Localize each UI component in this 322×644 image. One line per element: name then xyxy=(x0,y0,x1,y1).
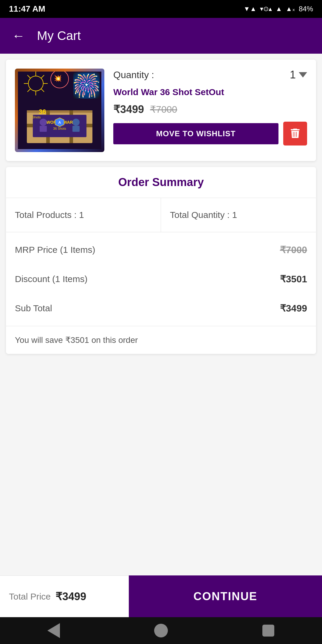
discount-row: Discount (1 Items) ₹3501 xyxy=(15,264,307,294)
order-summary-card: Order Summary Total Products : 1 Total Q… xyxy=(6,167,316,354)
price-row: ₹3499 ₹7000 xyxy=(113,103,307,116)
savings-row: You will save ₹3501 on this order xyxy=(6,326,316,354)
battery-indicator: 84% xyxy=(299,5,313,13)
total-price-value: ₹3499 xyxy=(55,590,86,603)
product-details: Quantity : 1 World War 36 Shot SetOut ₹3… xyxy=(113,69,307,145)
header: ← My Cart xyxy=(0,18,322,54)
svg-rect-13 xyxy=(27,110,92,113)
home-nav-icon xyxy=(154,624,168,637)
order-summary-title: Order Summary xyxy=(6,167,316,198)
recent-nav-icon xyxy=(262,625,274,637)
product-card: 💥 WORLD WAR 36 Shots xyxy=(6,60,316,161)
bottom-bar: Total Price ₹3499 CONTINUE xyxy=(0,575,322,617)
move-to-wishlist-button[interactable]: MOVE TO WISHLIST xyxy=(113,123,278,144)
product-box-svg: 💥 WORLD WAR 36 Shots xyxy=(18,72,101,149)
savings-text: You will save ₹3501 on this order xyxy=(15,335,138,345)
delete-button[interactable] xyxy=(283,122,307,145)
signal-icon: ▼▲ xyxy=(244,5,257,13)
svg-text:36: 36 xyxy=(39,108,46,115)
svg-text:36 Shots: 36 Shots xyxy=(53,127,66,130)
action-row: MOVE TO WISHLIST xyxy=(113,122,307,145)
svg-point-21 xyxy=(72,119,80,126)
nav-recent-button[interactable] xyxy=(261,623,276,638)
discount-label: Discount (1 Items) xyxy=(15,274,87,284)
wifi-icon: ▾⊙▴ xyxy=(260,5,272,13)
quantity-selector[interactable]: 1 xyxy=(290,69,307,81)
quantity-label: Quantity : xyxy=(113,69,154,80)
continue-button[interactable]: CONTINUE xyxy=(129,575,322,617)
subtotal-label: Sub Total xyxy=(15,303,52,313)
svg-text:💥: 💥 xyxy=(54,74,62,82)
subtotal-row: Sub Total ₹3499 xyxy=(15,294,307,323)
nav-home-button[interactable] xyxy=(154,623,168,638)
total-price-label: Total Price xyxy=(9,592,51,602)
nav-bar xyxy=(0,617,322,644)
back-nav-icon xyxy=(47,623,60,638)
page-title: My Cart xyxy=(37,29,81,43)
discounted-price: ₹3499 xyxy=(113,103,144,116)
product-image: 💥 WORLD WAR 36 Shots xyxy=(15,69,104,152)
mrp-row: MRP Price (1 Items) ₹7000 xyxy=(15,235,307,264)
mrp-label: MRP Price (1 Items) xyxy=(15,245,95,255)
mrp-value: ₹7000 xyxy=(280,244,307,256)
summary-grid-top: Total Products : 1 Total Quantity : 1 xyxy=(6,198,316,232)
svg-text:A: A xyxy=(58,120,61,125)
original-price: ₹7000 xyxy=(150,104,177,115)
summary-details: MRP Price (1 Items) ₹7000 Discount (1 It… xyxy=(6,232,316,326)
total-price-section: Total Price ₹3499 xyxy=(0,575,129,617)
quantity-value: 1 xyxy=(290,69,296,81)
status-time: 11:47 AM xyxy=(9,4,45,14)
svg-text:Shots: Shots xyxy=(32,115,41,119)
total-products-cell: Total Products : 1 xyxy=(6,198,161,232)
main-content: 💥 WORLD WAR 36 Shots xyxy=(0,54,322,414)
product-name: World War 36 Shot SetOut xyxy=(113,87,307,97)
svg-point-20 xyxy=(40,119,47,126)
back-button[interactable]: ← xyxy=(12,28,25,43)
svg-rect-23 xyxy=(72,126,80,132)
status-icons: ▼▲ ▾⊙▴ ▲ ▲ₓ 84% xyxy=(244,5,313,13)
subtotal-value: ₹3499 xyxy=(280,303,307,314)
product-image-placeholder: 💥 WORLD WAR 36 Shots xyxy=(15,69,104,152)
svg-rect-22 xyxy=(40,126,47,132)
nav-back-button[interactable] xyxy=(46,623,61,638)
status-bar: 11:47 AM ▼▲ ▾⊙▴ ▲ ▲ₓ 84% xyxy=(0,0,322,18)
quantity-row: Quantity : 1 xyxy=(113,69,307,81)
trash-icon xyxy=(289,127,302,140)
quantity-dropdown-arrow[interactable] xyxy=(299,72,307,78)
network-icon: ▲ xyxy=(275,5,282,13)
discount-value: ₹3501 xyxy=(280,273,307,285)
total-quantity-cell: Total Quantity : 1 xyxy=(161,198,316,232)
network2-icon: ▲ₓ xyxy=(286,5,295,13)
